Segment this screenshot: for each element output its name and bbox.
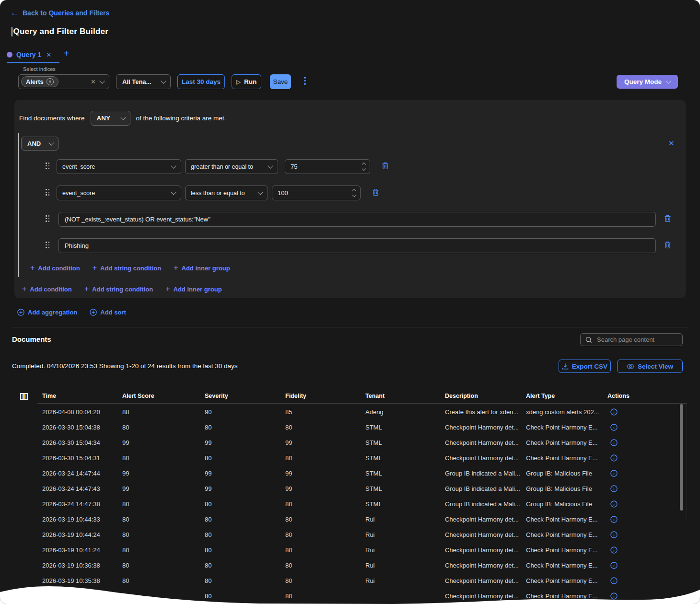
tab-query-1[interactable]: Query 1 ✕ — [7, 47, 51, 62]
drag-handle-icon[interactable] — [46, 215, 50, 222]
condition-field-select[interactable]: event_score — [57, 186, 181, 200]
add-sort-link[interactable]: Add sort — [90, 309, 126, 316]
condition-value-input[interactable]: 100 — [272, 186, 361, 200]
indices-chip-alerts[interactable]: Alerts ✕ — [21, 76, 58, 87]
column-header-description[interactable]: Description — [445, 393, 526, 399]
column-settings-icon[interactable] — [20, 393, 28, 400]
drag-handle-icon[interactable] — [46, 189, 50, 196]
select-view-button[interactable]: Select View — [617, 360, 683, 373]
table-row[interactable]: 80 80 Checkpoint Harmony det... Check Po… — [42, 588, 687, 604]
row-info-icon[interactable] — [610, 408, 665, 416]
delete-condition-icon[interactable] — [664, 215, 671, 222]
table-row[interactable]: 2026-03-30 15:04:38 80 80 80 STML Checkp… — [42, 419, 687, 435]
row-info-icon[interactable] — [610, 470, 665, 477]
table-scrollbar[interactable] — [680, 404, 683, 511]
row-info-icon[interactable] — [610, 439, 665, 446]
row-info-icon[interactable] — [610, 592, 665, 600]
query-mode-button[interactable]: Query Mode — [617, 75, 678, 89]
tab-close-icon[interactable]: ✕ — [46, 51, 51, 58]
row-info-icon[interactable] — [610, 485, 665, 492]
chip-remove-icon[interactable]: ✕ — [47, 78, 54, 85]
delete-condition-icon[interactable] — [372, 188, 379, 196]
row-info-icon[interactable] — [610, 454, 665, 462]
group-operator-select[interactable]: AND — [21, 137, 58, 151]
circle-plus-icon — [17, 309, 24, 316]
add-tab-button[interactable]: + — [64, 48, 70, 59]
cell-tenant: STML — [365, 470, 445, 477]
table-row[interactable]: 2026-04-08 00:04:20 88 90 85 Adeng Creat… — [42, 404, 687, 419]
column-header-severity[interactable]: Severity — [205, 393, 285, 399]
condition-field-select[interactable]: event_score — [57, 159, 181, 174]
text-caret — [12, 27, 12, 36]
table-row[interactable]: 2026-03-30 15:04:34 99 99 99 STML Checkp… — [42, 435, 687, 450]
condition-operator-select[interactable]: less than or equal to — [185, 186, 268, 200]
cell-severity: 80 — [205, 546, 285, 554]
row-info-icon[interactable] — [610, 516, 665, 523]
delete-condition-icon[interactable] — [664, 241, 671, 249]
drag-handle-icon[interactable] — [46, 163, 50, 170]
chevron-down-icon — [161, 78, 166, 83]
cell-fidelity: 99 — [285, 470, 365, 477]
table-row[interactable]: 2026-03-19 10:35:38 80 80 80 Rui Checkpo… — [42, 573, 687, 588]
add-inner-group-link[interactable]: +Add inner group — [165, 285, 222, 293]
column-header-tenant[interactable]: Tenant — [365, 393, 445, 399]
string-condition-input[interactable]: (NOT _exists_:event_status) OR event_sta… — [58, 212, 656, 227]
column-header-fidelity[interactable]: Fidelity — [285, 393, 365, 399]
export-csv-button[interactable]: Export CSV — [559, 360, 611, 373]
row-info-icon[interactable] — [610, 531, 665, 538]
column-header-actions[interactable]: Actions — [607, 393, 665, 399]
table-row[interactable]: 2026-03-19 10:44:24 80 80 80 Rui Checkpo… — [42, 527, 687, 542]
row-info-icon[interactable] — [610, 500, 665, 508]
tenant-select[interactable]: All Tena... — [116, 74, 171, 89]
cell-severity: 99 — [205, 485, 285, 492]
indices-select[interactable]: Alerts ✕ ✕ — [18, 74, 109, 89]
number-stepper[interactable] — [353, 189, 356, 197]
time-range-button[interactable]: Last 30 days — [177, 74, 225, 89]
table-row[interactable]: 2026-03-19 10:41:24 80 80 80 Rui Checkpo… — [42, 542, 687, 558]
cell-time: 2026-03-19 10:36:38 — [42, 562, 122, 569]
column-header-alert-score[interactable]: Alert Score — [122, 393, 205, 399]
match-type-select[interactable]: ANY — [91, 111, 130, 126]
condition-operator-select[interactable]: greater than or equal to — [185, 159, 278, 174]
back-link[interactable]: ← Back to Queries and Filters — [11, 8, 109, 18]
search-input[interactable] — [596, 336, 675, 344]
more-options-kebab-icon[interactable] — [304, 77, 306, 85]
run-button[interactable]: ▷ Run — [232, 74, 261, 89]
add-condition-link[interactable]: +Add condition — [30, 264, 80, 272]
number-stepper[interactable] — [362, 163, 365, 170]
add-string-condition-link[interactable]: +Add string condition — [93, 264, 161, 272]
tab-color-dot — [7, 52, 12, 58]
table-row[interactable]: 2026-03-19 10:36:38 80 80 80 Rui Checkpo… — [42, 558, 687, 573]
row-info-icon[interactable] — [610, 546, 665, 554]
table-row[interactable]: 2026-03-24 14:47:44 99 99 99 STML Group … — [42, 465, 687, 481]
remove-group-icon[interactable]: ✕ — [668, 139, 675, 148]
table-row[interactable]: 2026-03-24 14:47:43 99 99 99 STML Group … — [42, 481, 687, 496]
search-page-content[interactable] — [580, 333, 683, 346]
cell-alert-type: Check Point Harmony E... — [526, 424, 607, 431]
drag-handle-icon[interactable] — [46, 242, 50, 249]
clear-icon[interactable]: ✕ — [91, 78, 96, 85]
save-button[interactable]: Save — [270, 74, 291, 89]
table-row[interactable]: 2026-03-30 15:04:31 80 80 80 STML Checkp… — [42, 450, 687, 465]
add-inner-group-link[interactable]: +Add inner group — [174, 264, 230, 272]
add-condition-link[interactable]: +Add condition — [22, 285, 72, 293]
add-string-condition-link[interactable]: +Add string condition — [84, 285, 153, 293]
column-header-time[interactable]: Time — [42, 393, 122, 399]
row-info-icon[interactable] — [610, 424, 665, 431]
cell-fidelity: 99 — [285, 485, 365, 492]
plus-icon: + — [93, 264, 97, 272]
delete-condition-icon[interactable] — [382, 162, 389, 170]
plus-icon: + — [22, 285, 26, 293]
condition-value-input[interactable]: 75 — [285, 159, 370, 174]
string-condition-input[interactable]: Phishing — [58, 238, 656, 253]
aggregation-sort-links: Add aggregation Add sort — [17, 309, 126, 316]
documents-divider — [12, 327, 688, 327]
row-info-icon[interactable] — [610, 562, 665, 569]
column-header-alert-type[interactable]: Alert Type — [526, 393, 607, 399]
add-aggregation-link[interactable]: Add aggregation — [17, 309, 77, 316]
table-row[interactable]: 2026-03-19 10:44:33 80 80 80 Rui Checkpo… — [42, 511, 687, 527]
row-info-icon[interactable] — [610, 577, 665, 584]
table-row[interactable]: 2026-03-24 14:47:38 80 80 80 STML Group … — [42, 496, 687, 511]
cell-description: Checkpoint Harmony det... — [445, 424, 526, 431]
cell-fidelity: 80 — [285, 424, 365, 431]
